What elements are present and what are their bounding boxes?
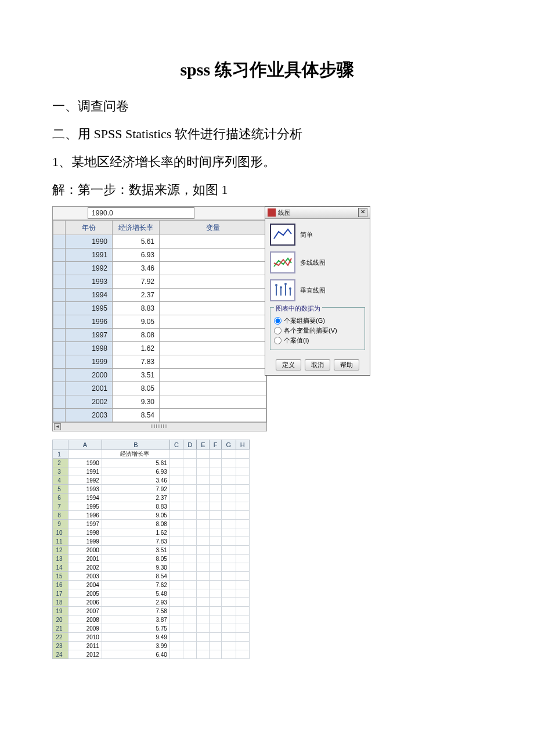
cell-blank[interactable] <box>222 624 236 633</box>
cell-a[interactable]: 2002 <box>68 563 102 572</box>
cell-blank[interactable] <box>183 502 197 511</box>
cell-blank[interactable] <box>183 555 197 563</box>
cell-blank[interactable] <box>183 615 197 624</box>
define-button[interactable]: 定义 <box>276 359 301 370</box>
radio-input-2[interactable] <box>274 327 282 334</box>
row-header[interactable]: 6 <box>53 494 68 502</box>
cell-blank[interactable] <box>210 650 222 659</box>
cell-blank[interactable] <box>210 642 222 650</box>
cell-value[interactable]: 8.05 <box>113 382 160 395</box>
cell-blank[interactable] <box>169 607 183 615</box>
cell-blank[interactable] <box>197 537 210 546</box>
cell-a[interactable]: 2006 <box>68 598 102 607</box>
cell-a[interactable]: 2007 <box>68 607 102 615</box>
cell-blank[interactable] <box>236 607 249 615</box>
cell-blank[interactable] <box>222 589 236 598</box>
cell-a[interactable]: 1992 <box>68 476 102 485</box>
cell-b[interactable]: 2.93 <box>102 598 169 607</box>
cell-blank[interactable] <box>197 581 210 589</box>
cell-b[interactable]: 7.62 <box>102 581 169 589</box>
cell-blank[interactable] <box>210 502 222 511</box>
cell-blank[interactable] <box>169 546 183 555</box>
cell-blank[interactable] <box>210 485 222 494</box>
col-header-B[interactable]: B <box>102 440 169 450</box>
cell-a[interactable]: 2010 <box>68 633 102 642</box>
cell-blank[interactable] <box>210 546 222 555</box>
cell-blank[interactable] <box>183 511 197 520</box>
cell-year[interactable]: 1999 <box>66 355 113 369</box>
cell-blank[interactable] <box>222 467 236 476</box>
cell-a[interactable]: 2008 <box>68 615 102 624</box>
cell-value[interactable]: 9.05 <box>113 315 160 329</box>
cell-blank[interactable] <box>222 572 236 581</box>
cell-a[interactable]: 1990 <box>68 459 102 467</box>
cell-blank[interactable] <box>210 528 222 537</box>
cell-blank[interactable] <box>222 520 236 528</box>
cell-blank[interactable] <box>169 528 183 537</box>
cell-blank[interactable] <box>236 572 249 581</box>
cell-blank[interactable] <box>210 494 222 502</box>
cell-b[interactable]: 6.40 <box>102 650 169 659</box>
cell-a[interactable]: 1997 <box>68 520 102 528</box>
row-header[interactable]: 11 <box>53 537 68 546</box>
horizontal-scrollbar[interactable]: ◄ <box>53 422 266 431</box>
cell-year[interactable]: 2001 <box>66 382 113 395</box>
cell-b[interactable]: 8.05 <box>102 555 169 563</box>
cell-value[interactable]: 8.83 <box>113 302 160 315</box>
cell-blank[interactable] <box>197 563 210 572</box>
row-header[interactable]: 2 <box>53 459 68 467</box>
col-header-year[interactable]: 年份 <box>66 221 113 235</box>
cell-blank[interactable] <box>236 633 249 642</box>
cell-blank[interactable] <box>210 476 222 485</box>
cell-blank[interactable] <box>169 598 183 607</box>
cell-blank[interactable] <box>197 624 210 633</box>
cell-blank[interactable] <box>183 598 197 607</box>
cell-blank[interactable] <box>236 615 249 624</box>
cell-blank[interactable] <box>197 607 210 615</box>
cell-empty[interactable] <box>160 355 266 369</box>
row-header[interactable]: 21 <box>53 624 68 633</box>
radio-input-1[interactable] <box>274 317 282 325</box>
cell-blank[interactable] <box>210 572 222 581</box>
cell-a[interactable]: 2001 <box>68 555 102 563</box>
scrollbar-grip-icon[interactable] <box>151 424 168 428</box>
cell-blank[interactable] <box>197 450 210 459</box>
cell-blank[interactable] <box>169 624 183 633</box>
cell-b[interactable]: 5.48 <box>102 589 169 598</box>
cell-blank[interactable] <box>169 494 183 502</box>
cell-blank[interactable] <box>236 502 249 511</box>
cell-year[interactable]: 1997 <box>66 329 113 342</box>
cell-a[interactable]: 1995 <box>68 502 102 511</box>
row-header[interactable]: 19 <box>53 607 68 615</box>
cell-blank[interactable] <box>197 633 210 642</box>
cell-b[interactable]: 9.49 <box>102 633 169 642</box>
cell-blank[interactable] <box>210 598 222 607</box>
cell-blank[interactable] <box>183 528 197 537</box>
row-header[interactable] <box>53 369 66 382</box>
cell-blank[interactable] <box>169 555 183 563</box>
radio-var-summary[interactable]: 各个变量的摘要(V) <box>274 326 361 335</box>
cell-b[interactable]: 3.51 <box>102 546 169 555</box>
cell-b[interactable]: 5.61 <box>102 459 169 467</box>
cell-year[interactable]: 1995 <box>66 302 113 315</box>
row-header[interactable]: 13 <box>53 555 68 563</box>
cell-blank[interactable] <box>210 633 222 642</box>
row-header[interactable]: 17 <box>53 589 68 598</box>
cell-blank[interactable] <box>169 572 183 581</box>
cell-b[interactable]: 8.83 <box>102 502 169 511</box>
cell-a[interactable]: 2009 <box>68 624 102 633</box>
cell-blank[interactable] <box>236 528 249 537</box>
cell-blank[interactable] <box>183 581 197 589</box>
col-header-var[interactable]: 变量 <box>160 221 266 235</box>
cell-blank[interactable] <box>210 615 222 624</box>
cell-blank[interactable] <box>169 511 183 520</box>
row-header[interactable] <box>53 249 66 262</box>
row-header[interactable]: 15 <box>53 572 68 581</box>
cell-year[interactable]: 1991 <box>66 249 113 262</box>
cell-blank[interactable] <box>210 563 222 572</box>
cell-blank[interactable] <box>222 502 236 511</box>
cell-blank[interactable] <box>183 537 197 546</box>
cell-a[interactable]: 2011 <box>68 642 102 650</box>
cell-blank[interactable] <box>210 520 222 528</box>
row-header[interactable] <box>53 355 66 369</box>
